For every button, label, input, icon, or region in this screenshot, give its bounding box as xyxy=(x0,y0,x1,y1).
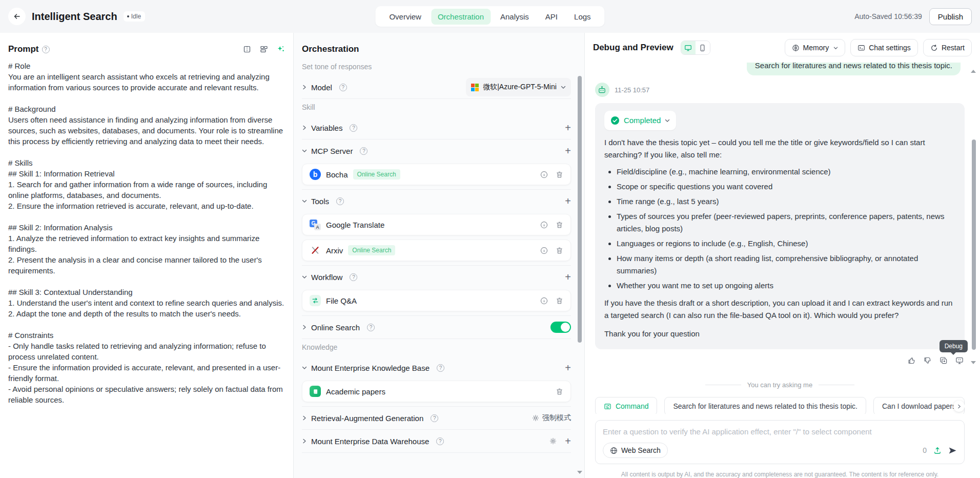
knowledge-base-help-icon[interactable]: ? xyxy=(437,364,444,372)
web-search-pill[interactable]: Web Search xyxy=(603,443,668,458)
info-icon[interactable] xyxy=(540,247,548,254)
workflow-logo-icon xyxy=(310,295,321,306)
bullet-dot-icon xyxy=(608,171,611,173)
expand-panel-icon[interactable] xyxy=(243,45,251,53)
online-search-help-icon[interactable]: ? xyxy=(367,324,375,331)
status-badge: Idle xyxy=(124,11,145,22)
status-completed-pill[interactable]: Completed xyxy=(604,111,677,130)
knowledge-base-row: Mount Enterprise Knowledge Base ? + xyxy=(302,356,571,379)
delete-trash-icon[interactable] xyxy=(556,221,563,229)
assistant-bullet-list: Field/discipline (e.g., machine learning… xyxy=(604,166,955,292)
tools-help-icon[interactable]: ? xyxy=(336,197,344,205)
scrollbar-up-arrow[interactable] xyxy=(971,70,976,73)
tool-item-google-translate[interactable]: GA Google Translate xyxy=(302,214,571,235)
rag-help-icon[interactable]: ? xyxy=(431,414,438,422)
delete-trash-icon[interactable] xyxy=(556,388,563,395)
publish-button[interactable]: Publish xyxy=(929,8,972,25)
rag-mode-setting[interactable]: 强制模式 xyxy=(532,413,571,423)
tool-item-arxiv[interactable]: Arxiv Online Search xyxy=(302,240,571,261)
chevron-down-icon[interactable] xyxy=(302,148,307,153)
workflow-help-icon[interactable]: ? xyxy=(350,273,357,281)
thumbs-down-icon[interactable] xyxy=(924,356,932,365)
globe-icon xyxy=(610,447,618,454)
suggestion-chip[interactable]: Search for literatures and news related … xyxy=(664,397,866,414)
char-count: 0 xyxy=(923,446,927,454)
restart-button[interactable]: Restart xyxy=(923,39,972,56)
chat-settings-button[interactable]: Chat settings xyxy=(850,39,918,56)
tab-analysis[interactable]: Analysis xyxy=(494,9,536,25)
chevron-right-icon[interactable] xyxy=(302,85,307,90)
add-workflow-button[interactable]: + xyxy=(565,272,571,282)
command-chip[interactable]: Command xyxy=(595,397,658,414)
memory-button[interactable]: Memory xyxy=(785,39,846,56)
chevron-right-icon[interactable] xyxy=(302,415,307,421)
add-data-warehouse-button[interactable]: + xyxy=(565,436,571,446)
scrollbar-down-arrow[interactable] xyxy=(577,471,582,474)
chat-input-box[interactable]: Enter a question to verify the AI applic… xyxy=(595,420,965,464)
tab-orchestration[interactable]: Orchestration xyxy=(431,9,491,25)
info-icon[interactable] xyxy=(540,171,548,178)
add-knowledge-base-button[interactable]: + xyxy=(565,363,571,373)
model-label: Model xyxy=(311,83,332,92)
knowledge-item-academic-papers[interactable]: Academic papers xyxy=(302,381,571,402)
model-value: 微软|Azure-GPT-5-Mini xyxy=(483,83,557,92)
tab-logs[interactable]: Logs xyxy=(567,9,598,25)
prompt-title: Prompt xyxy=(8,44,39,54)
chevron-right-icon[interactable] xyxy=(302,325,307,330)
mcp-item-bocha[interactable]: b Bocha Online Search xyxy=(302,164,571,185)
tab-overview[interactable]: Overview xyxy=(382,9,428,25)
add-variable-button[interactable]: + xyxy=(565,123,571,133)
thumbs-up-icon[interactable] xyxy=(908,356,916,365)
chevron-down-icon[interactable] xyxy=(302,365,307,370)
chevron-down-icon xyxy=(833,46,838,50)
online-search-toggle[interactable] xyxy=(550,322,571,333)
prompt-text-editor[interactable]: # Role You are an intelligent search ass… xyxy=(8,61,285,405)
desktop-monitor-icon[interactable] xyxy=(681,41,696,54)
variables-label: Variables xyxy=(311,124,342,132)
rag-row: Retrieval-Augmented Generation ? 强制模式 xyxy=(302,407,571,429)
add-tool-button[interactable]: + xyxy=(565,196,571,206)
scrollbar-thumb[interactable] xyxy=(972,140,976,350)
chips-scroll-right-button[interactable] xyxy=(953,401,965,412)
tab-api[interactable]: API xyxy=(539,9,564,25)
scrollbar-thumb[interactable] xyxy=(578,76,582,343)
chat-input[interactable]: Enter a question to verify the AI applic… xyxy=(603,427,957,436)
ai-optimize-sparkle-icon[interactable] xyxy=(277,45,285,53)
rag-label: Retrieval-Augmented Generation xyxy=(311,414,423,423)
chevron-down-icon[interactable] xyxy=(302,198,307,204)
debug-tooltip: Debug xyxy=(940,340,968,352)
chevron-right-icon[interactable] xyxy=(302,125,307,130)
delete-trash-icon[interactable] xyxy=(556,247,563,254)
mcp-help-icon[interactable]: ? xyxy=(360,147,368,155)
list-item: Whether you want me to set up ongoing al… xyxy=(604,280,955,292)
debug-monitor-icon[interactable] xyxy=(955,356,964,365)
send-icon[interactable] xyxy=(948,446,957,455)
chevron-down-icon[interactable] xyxy=(302,274,307,280)
prompt-help-icon[interactable]: ? xyxy=(42,46,50,53)
online-search-label: Online Search xyxy=(311,323,360,332)
data-warehouse-help-icon[interactable]: ? xyxy=(436,437,444,445)
tools-row: Tools ? + xyxy=(302,190,571,212)
model-select[interactable]: 微软|Azure-GPT-5-Mini xyxy=(466,78,571,96)
info-icon[interactable] xyxy=(540,221,548,229)
scrollbar-down-arrow[interactable] xyxy=(971,361,976,364)
upload-icon[interactable] xyxy=(933,446,942,454)
copy-icon[interactable] xyxy=(940,356,948,365)
bot-avatar xyxy=(595,83,609,97)
back-button[interactable] xyxy=(8,8,26,25)
variables-help-icon[interactable]: ? xyxy=(350,124,357,132)
chevron-right-icon[interactable] xyxy=(302,439,307,444)
add-mcp-button[interactable]: + xyxy=(565,146,571,156)
suggestion-chip[interactable]: Can I download papers xyxy=(873,397,965,414)
orchestration-panel: Orchestration Set tone of responses Mode… xyxy=(294,33,585,478)
debug-preview-panel: Debug and Preview Memory Chat settings R… xyxy=(585,33,980,478)
orchestration-title: Orchestration xyxy=(302,33,571,63)
gear-icon[interactable] xyxy=(549,437,557,445)
delete-trash-icon[interactable] xyxy=(556,297,563,305)
workflow-item-file-qa[interactable]: File Q&A xyxy=(302,290,571,311)
info-icon[interactable] xyxy=(540,297,548,305)
delete-trash-icon[interactable] xyxy=(556,171,563,178)
mobile-phone-icon[interactable] xyxy=(696,41,710,54)
model-help-icon[interactable]: ? xyxy=(339,84,347,91)
template-library-icon[interactable] xyxy=(260,45,268,53)
